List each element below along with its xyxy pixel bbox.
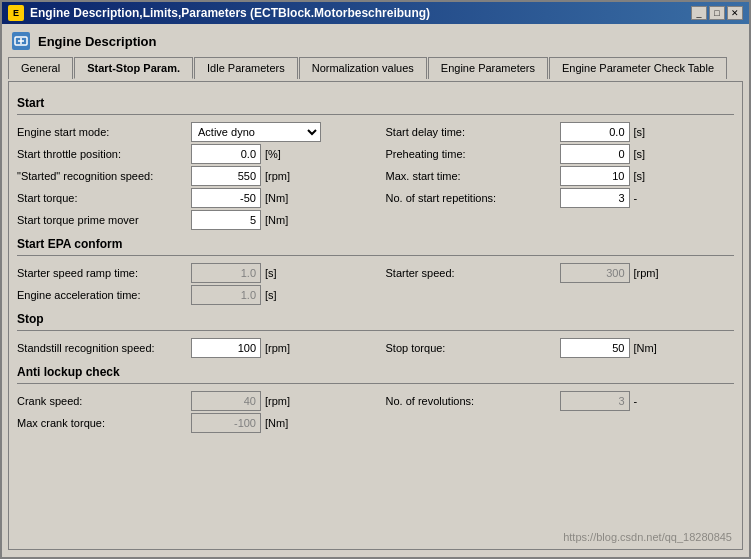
- starter-speed-input[interactable]: [560, 263, 630, 283]
- title-bar: E Engine Description,Limits,Parameters (…: [2, 2, 749, 24]
- epa-left-col: Starter speed ramp time: [s] Engine acce…: [17, 262, 366, 306]
- engine-accel-label: Engine acceleration time:: [17, 289, 187, 301]
- start-throttle-row: Start throttle position: [%]: [17, 143, 366, 165]
- max-crank-torque-label: Max crank torque:: [17, 417, 187, 429]
- preheating-input[interactable]: [560, 144, 630, 164]
- standstill-unit: [rpm]: [265, 342, 295, 354]
- close-button[interactable]: ✕: [727, 6, 743, 20]
- max-start-time-unit: [s]: [634, 170, 664, 182]
- max-crank-torque-unit: [Nm]: [265, 417, 295, 429]
- window-title: Engine Description,Limits,Parameters (EC…: [30, 6, 430, 20]
- epa-right-col: Starter speed: [rpm]: [386, 262, 735, 306]
- start-torque-pm-unit: [Nm]: [265, 214, 295, 226]
- content-area: Engine Description General Start-Stop Pa…: [2, 24, 749, 557]
- starter-ramp-input[interactable]: [191, 263, 261, 283]
- started-recognition-row: "Started" recognition speed: [rpm]: [17, 165, 366, 187]
- main-window: E Engine Description,Limits,Parameters (…: [0, 0, 751, 559]
- engine-start-mode-select[interactable]: Active dyno Passive Manual: [191, 122, 321, 142]
- stop-torque-row: Stop torque: [Nm]: [386, 337, 735, 359]
- tab-start-stop[interactable]: Start-Stop Param.: [74, 57, 193, 79]
- group-antilockup-divider: [17, 383, 734, 384]
- start-torque-input[interactable]: [191, 188, 261, 208]
- max-start-time-row: Max. start time: [s]: [386, 165, 735, 187]
- group-start-label: Start: [17, 96, 734, 110]
- start-left-col: Engine start mode: Active dyno Passive M…: [17, 121, 366, 231]
- start-torque-pm-label: Start torque prime mover: [17, 214, 187, 226]
- minimize-button[interactable]: _: [691, 6, 707, 20]
- started-recognition-label: "Started" recognition speed:: [17, 170, 187, 182]
- start-delay-unit: [s]: [634, 126, 664, 138]
- start-delay-label: Start delay time:: [386, 126, 556, 138]
- starter-speed-row: Starter speed: [rpm]: [386, 262, 735, 284]
- watermark: https://blog.csdn.net/qq_18280845: [563, 531, 732, 543]
- start-throttle-label: Start throttle position:: [17, 148, 187, 160]
- crank-speed-label: Crank speed:: [17, 395, 187, 407]
- no-revolutions-unit: -: [634, 395, 664, 407]
- standstill-row: Standstill recognition speed: [rpm]: [17, 337, 366, 359]
- max-start-time-label: Max. start time:: [386, 170, 556, 182]
- no-revolutions-label: No. of revolutions:: [386, 395, 556, 407]
- max-crank-torque-row: Max crank torque: [Nm]: [17, 412, 366, 434]
- tab-normalization[interactable]: Normalization values: [299, 57, 427, 79]
- antilockup-left-col: Crank speed: [rpm] Max crank torque: [Nm…: [17, 390, 366, 434]
- start-torque-row: Start torque: [Nm]: [17, 187, 366, 209]
- max-start-time-input[interactable]: [560, 166, 630, 186]
- title-bar-buttons: _ □ ✕: [691, 6, 743, 20]
- start-torque-pm-input[interactable]: [191, 210, 261, 230]
- crank-speed-row: Crank speed: [rpm]: [17, 390, 366, 412]
- start-throttle-input[interactable]: [191, 144, 261, 164]
- section-header: Engine Description: [8, 30, 743, 52]
- no-revolutions-input[interactable]: [560, 391, 630, 411]
- standstill-input[interactable]: [191, 338, 261, 358]
- starter-ramp-label: Starter speed ramp time:: [17, 267, 187, 279]
- main-panel: Start Engine start mode: Active dyno Pas…: [8, 81, 743, 550]
- no-revolutions-row: No. of revolutions: -: [386, 390, 735, 412]
- started-recognition-unit: [rpm]: [265, 170, 295, 182]
- preheating-label: Preheating time:: [386, 148, 556, 160]
- start-repetitions-unit: -: [634, 192, 664, 204]
- epa-form-grid: Starter speed ramp time: [s] Engine acce…: [17, 262, 734, 306]
- antilockup-form-grid: Crank speed: [rpm] Max crank torque: [Nm…: [17, 390, 734, 434]
- start-throttle-unit: [%]: [265, 148, 295, 160]
- tab-general[interactable]: General: [8, 57, 73, 79]
- start-torque-label: Start torque:: [17, 192, 187, 204]
- antilockup-right-col: No. of revolutions: -: [386, 390, 735, 434]
- stop-torque-input[interactable]: [560, 338, 630, 358]
- engine-accel-unit: [s]: [265, 289, 295, 301]
- tab-engine-params[interactable]: Engine Parameters: [428, 57, 548, 79]
- group-epa-divider: [17, 255, 734, 256]
- group-antilockup-label: Anti lockup check: [17, 365, 734, 379]
- stop-torque-label: Stop torque:: [386, 342, 556, 354]
- crank-speed-unit: [rpm]: [265, 395, 295, 407]
- engine-accel-row: Engine acceleration time: [s]: [17, 284, 366, 306]
- engine-start-mode-row: Engine start mode: Active dyno Passive M…: [17, 121, 366, 143]
- title-bar-left: E Engine Description,Limits,Parameters (…: [8, 5, 430, 21]
- stop-torque-unit: [Nm]: [634, 342, 664, 354]
- section-title: Engine Description: [38, 34, 156, 49]
- starter-ramp-unit: [s]: [265, 267, 295, 279]
- group-epa-label: Start EPA conform: [17, 237, 734, 251]
- engine-start-mode-label: Engine start mode:: [17, 126, 187, 138]
- engine-accel-input[interactable]: [191, 285, 261, 305]
- tab-bar: General Start-Stop Param. Idle Parameter…: [8, 56, 743, 78]
- starter-ramp-row: Starter speed ramp time: [s]: [17, 262, 366, 284]
- start-delay-row: Start delay time: [s]: [386, 121, 735, 143]
- tab-idle[interactable]: Idle Parameters: [194, 57, 298, 79]
- start-repetitions-row: No. of start repetitions: -: [386, 187, 735, 209]
- start-delay-input[interactable]: [560, 122, 630, 142]
- max-crank-torque-input[interactable]: [191, 413, 261, 433]
- group-stop-divider: [17, 330, 734, 331]
- standstill-label: Standstill recognition speed:: [17, 342, 187, 354]
- tab-check-table[interactable]: Engine Parameter Check Table: [549, 57, 727, 79]
- group-stop-label: Stop: [17, 312, 734, 326]
- crank-speed-input[interactable]: [191, 391, 261, 411]
- preheating-unit: [s]: [634, 148, 664, 160]
- started-recognition-input[interactable]: [191, 166, 261, 186]
- start-repetitions-input[interactable]: [560, 188, 630, 208]
- engine-start-mode-select-wrapper: Active dyno Passive Manual: [191, 122, 321, 142]
- start-torque-unit: [Nm]: [265, 192, 295, 204]
- start-right-col: Start delay time: [s] Preheating time: […: [386, 121, 735, 231]
- starter-speed-unit: [rpm]: [634, 267, 664, 279]
- stop-form-grid: Standstill recognition speed: [rpm] Stop…: [17, 337, 734, 359]
- maximize-button[interactable]: □: [709, 6, 725, 20]
